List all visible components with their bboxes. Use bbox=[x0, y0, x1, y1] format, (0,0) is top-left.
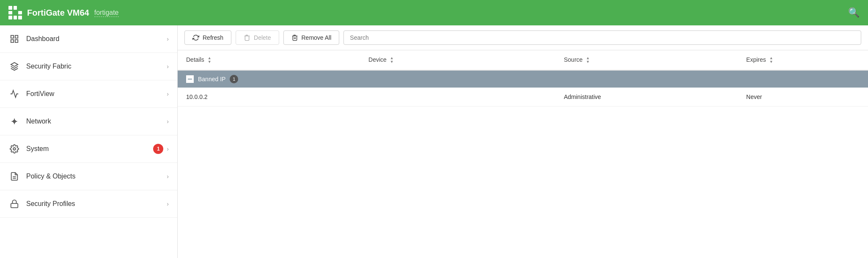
remove-all-label: Remove All bbox=[302, 34, 332, 41]
logo-cell-empty bbox=[14, 11, 17, 15]
cell-source: Administrative bbox=[555, 88, 738, 107]
cell-expires: Never bbox=[738, 88, 868, 107]
col-source-label: Source bbox=[564, 56, 582, 63]
fortigate-logo bbox=[8, 6, 22, 19]
sidebar-item-security-profiles[interactable]: Security Profiles › bbox=[0, 190, 177, 218]
sidebar-label-security-profiles: Security Profiles bbox=[26, 200, 167, 208]
svg-rect-10 bbox=[11, 203, 18, 208]
security-profiles-icon bbox=[8, 198, 20, 210]
chevron-right-icon: › bbox=[167, 173, 169, 180]
sidebar-item-dashboard[interactable]: Dashboard › bbox=[0, 25, 177, 53]
logo-cell bbox=[8, 16, 12, 19]
sidebar-item-fortiview[interactable]: FortiView › bbox=[0, 80, 177, 108]
system-icon bbox=[8, 143, 20, 155]
col-header-details[interactable]: Details ▲▼ bbox=[178, 50, 360, 70]
col-header-expires[interactable]: Expires ▲▼ bbox=[738, 50, 868, 70]
chevron-right-icon: › bbox=[167, 118, 169, 125]
sort-arrows-device[interactable]: ▲▼ bbox=[390, 56, 394, 64]
group-label: Banned IP bbox=[198, 76, 225, 82]
sort-arrows-expires[interactable]: ▲▼ bbox=[769, 56, 773, 64]
delete-icon bbox=[244, 34, 250, 41]
chevron-right-icon: › bbox=[167, 63, 169, 70]
cell-details: 10.0.0.2 bbox=[178, 88, 360, 107]
sidebar-label-dashboard: Dashboard bbox=[26, 35, 167, 43]
refresh-button[interactable]: Refresh bbox=[184, 30, 231, 45]
sidebar-label-fortiview: FortiView bbox=[26, 90, 167, 98]
dashboard-icon bbox=[8, 33, 20, 45]
svg-point-7 bbox=[13, 148, 16, 150]
delete-button[interactable]: Delete bbox=[236, 30, 279, 45]
table-container: Details ▲▼ Device ▲▼ Source ▲▼ Expires bbox=[178, 50, 868, 258]
sidebar-label-network: Network bbox=[26, 118, 167, 125]
sidebar-item-policy-objects[interactable]: Policy & Objects › bbox=[0, 163, 177, 190]
search-input[interactable] bbox=[343, 30, 861, 45]
sidebar: Dashboard › Security Fabric › FortiView … bbox=[0, 25, 178, 258]
chevron-right-icon: › bbox=[167, 91, 169, 97]
sidebar-label-system: System bbox=[26, 145, 153, 153]
logo-cell bbox=[14, 16, 17, 19]
content-area: Refresh Delete Remove All bbox=[178, 25, 868, 258]
system-badge: 1 bbox=[153, 144, 163, 154]
logo-cell bbox=[14, 6, 17, 10]
col-device-label: Device bbox=[368, 56, 387, 63]
group-row-inner: Banned IP 1 bbox=[186, 75, 860, 83]
table-header-row: Details ▲▼ Device ▲▼ Source ▲▼ Expires bbox=[178, 50, 868, 70]
logo-cell bbox=[8, 11, 12, 15]
fortiview-icon bbox=[8, 88, 20, 100]
logo-cell bbox=[18, 11, 22, 15]
toolbar: Refresh Delete Remove All bbox=[178, 25, 868, 50]
chevron-right-icon: › bbox=[167, 200, 169, 207]
delete-label: Delete bbox=[254, 34, 271, 41]
logo-cell bbox=[8, 6, 12, 10]
group-count-badge: 1 bbox=[230, 75, 238, 83]
group-collapse-icon[interactable] bbox=[186, 75, 194, 83]
svg-rect-3 bbox=[15, 40, 18, 42]
sort-arrows-source[interactable]: ▲▼ bbox=[586, 56, 590, 64]
sort-arrows-details[interactable]: ▲▼ bbox=[208, 56, 212, 64]
sidebar-item-network[interactable]: Network › bbox=[0, 108, 177, 135]
banned-ip-table: Details ▲▼ Device ▲▼ Source ▲▼ Expires bbox=[178, 50, 868, 107]
app-title: FortiGate VM64 bbox=[27, 8, 89, 18]
col-header-device[interactable]: Device ▲▼ bbox=[360, 50, 555, 70]
policy-icon bbox=[8, 170, 20, 182]
group-row-banned-ip[interactable]: Banned IP 1 bbox=[178, 70, 868, 88]
header-brand: FortiGate VM64 fortigate bbox=[8, 6, 119, 19]
sidebar-label-security-fabric: Security Fabric bbox=[26, 63, 167, 70]
app-subtitle: fortigate bbox=[94, 9, 119, 17]
sidebar-item-security-fabric[interactable]: Security Fabric › bbox=[0, 53, 177, 80]
logo-cell-empty bbox=[18, 6, 22, 10]
col-details-label: Details bbox=[186, 56, 204, 63]
sidebar-item-system[interactable]: System 1 › bbox=[0, 135, 177, 163]
network-icon bbox=[8, 115, 20, 127]
refresh-label: Refresh bbox=[203, 34, 223, 41]
minus-icon bbox=[188, 79, 192, 80]
main-layout: Dashboard › Security Fabric › FortiView … bbox=[0, 25, 868, 258]
col-expires-label: Expires bbox=[746, 56, 766, 63]
chevron-right-icon: › bbox=[167, 145, 169, 152]
remove-all-button[interactable]: Remove All bbox=[283, 30, 340, 45]
remove-all-icon bbox=[291, 34, 298, 41]
svg-rect-1 bbox=[15, 36, 18, 38]
global-search-icon[interactable]: 🔍 bbox=[848, 7, 860, 18]
refresh-icon bbox=[192, 34, 199, 41]
sidebar-label-policy-objects: Policy & Objects bbox=[26, 173, 167, 180]
top-header: FortiGate VM64 fortigate 🔍 bbox=[0, 0, 868, 25]
table-row[interactable]: 10.0.0.2 Administrative Never bbox=[178, 88, 868, 107]
svg-rect-0 bbox=[11, 36, 14, 38]
chevron-right-icon: › bbox=[167, 36, 169, 42]
col-header-source[interactable]: Source ▲▼ bbox=[555, 50, 738, 70]
security-fabric-icon bbox=[8, 60, 20, 72]
cell-device bbox=[360, 88, 555, 107]
svg-rect-2 bbox=[11, 40, 14, 42]
logo-cell bbox=[18, 16, 22, 19]
